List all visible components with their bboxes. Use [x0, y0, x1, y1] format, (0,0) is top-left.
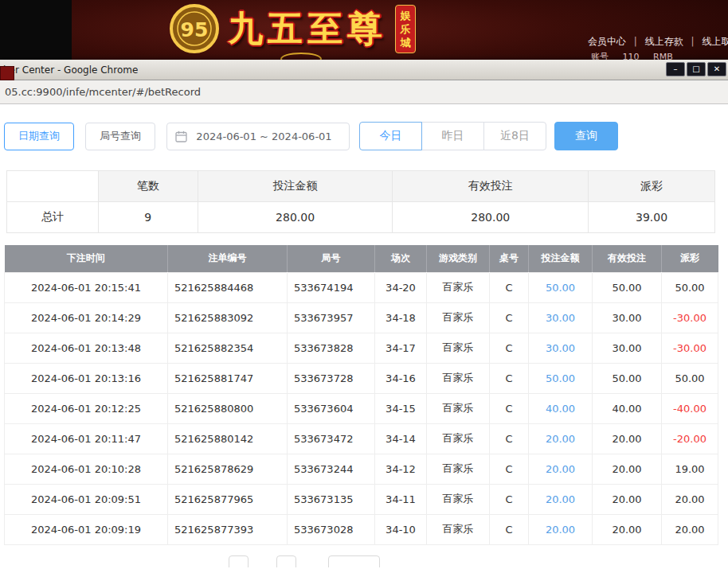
bet-amount-link[interactable]: 20.00 — [546, 493, 575, 505]
summary-count-value: 9 — [98, 202, 198, 233]
cell-table-no: C — [490, 484, 529, 514]
table-row: 2024-06-01 20:10:28 521625878629 5336732… — [5, 454, 718, 484]
cell-table-no: C — [490, 272, 529, 302]
cell-session: 34-16 — [375, 363, 427, 393]
column-header: 局号 — [288, 245, 375, 272]
cell-bet-amount: 50.00 — [529, 272, 593, 302]
cell-round-id: 533673728 — [288, 363, 375, 393]
cell-payout: 50.00 — [662, 272, 718, 302]
last-8-days-button[interactable]: 近8日 — [483, 122, 546, 150]
cell-valid-bet: 30.00 — [593, 333, 662, 363]
column-header: 游戏类别 — [427, 245, 490, 272]
cell-session: 34-12 — [375, 454, 427, 484]
bet-amount-link[interactable]: 20.00 — [546, 524, 575, 536]
search-button[interactable]: 查询 — [554, 122, 618, 150]
summary-valid-bet-value: 280.00 — [393, 202, 589, 233]
header-nav: 会员中心 | 线上存款 | 线上取 — [588, 35, 728, 49]
bet-amount-link[interactable]: 40.00 — [546, 403, 575, 415]
cell-valid-bet: 20.00 — [593, 514, 662, 544]
bet-amount-link[interactable]: 50.00 — [546, 372, 575, 384]
close-icon[interactable]: ✕ — [707, 62, 726, 76]
cell-session: 34-17 — [375, 333, 427, 363]
cell-bet-time: 2024-06-01 20:13:16 — [5, 363, 168, 393]
cell-round-id: 533673028 — [288, 514, 375, 544]
column-header: 注单编号 — [168, 245, 288, 272]
cell-session: 34-14 — [375, 423, 427, 454]
bet-amount-link[interactable]: 20.00 — [546, 433, 575, 445]
nav-online-deposit[interactable]: 线上存款 — [645, 36, 683, 47]
pagination-size-select[interactable] — [328, 555, 380, 567]
summary-table: 笔数 投注金额 有效投注 派彩 总计 9 280.00 280.00 39.00 — [6, 170, 715, 233]
date-query-tab[interactable]: 日期查询 — [4, 123, 74, 150]
minimize-icon[interactable]: – — [666, 62, 685, 76]
summary-payout-value: 39.00 — [589, 202, 715, 233]
logo-emblem-text: 95 — [181, 18, 209, 41]
cell-bet-time: 2024-06-01 20:12:25 — [5, 393, 168, 423]
bet-amount-link[interactable]: 30.00 — [546, 312, 575, 324]
pagination-prev-button[interactable] — [229, 555, 249, 567]
cell-game-type: 百家乐 — [427, 333, 490, 363]
cell-bet-id: 521625884468 — [168, 272, 288, 302]
bet-amount-link[interactable]: 30.00 — [546, 342, 575, 354]
table-row: 2024-06-01 20:09:51 521625877965 5336731… — [5, 484, 718, 514]
cell-table-no: C — [490, 363, 529, 393]
cell-bet-time: 2024-06-01 20:13:48 — [5, 333, 168, 363]
cell-session: 34-15 — [375, 393, 427, 423]
window-controls: – □ ✕ — [666, 62, 726, 76]
browser-window: ber Center - Google Chrome – □ ✕ 05.cc:9… — [0, 60, 728, 569]
cell-bet-amount: 30.00 — [529, 302, 593, 333]
red-favicon-square — [0, 66, 14, 80]
cell-bet-time: 2024-06-01 20:11:47 — [5, 423, 168, 454]
column-header: 投注金额 — [529, 245, 593, 272]
yesterday-button[interactable]: 昨日 — [421, 122, 484, 150]
summary-total-row: 总计 9 280.00 280.00 39.00 — [7, 202, 715, 233]
cell-game-type: 百家乐 — [427, 454, 490, 484]
bet-amount-link[interactable]: 20.00 — [546, 463, 575, 475]
cell-bet-amount: 20.00 — [529, 514, 593, 544]
summary-bet-amount-value: 280.00 — [198, 202, 393, 233]
cell-payout: -20.00 — [662, 423, 718, 454]
address-bar[interactable]: 05.cc:9900/infe/mcenter/#/betRecord — [0, 80, 728, 104]
cell-valid-bet: 40.00 — [593, 393, 662, 423]
cell-round-id: 533673472 — [288, 423, 375, 454]
today-button[interactable]: 今日 — [359, 122, 422, 150]
cell-valid-bet: 20.00 — [593, 484, 662, 514]
cell-bet-amount: 40.00 — [529, 393, 593, 423]
bet-record-table: 下注时间注单编号局号场次游戏类别桌号投注金额有效投注派彩 2024-06-01 … — [4, 245, 718, 545]
bet-amount-link[interactable]: 50.00 — [546, 282, 575, 294]
site-title: 九五至尊 — [228, 6, 387, 53]
cell-valid-bet: 50.00 — [593, 363, 662, 393]
round-query-tab[interactable]: 局号查询 — [85, 123, 155, 150]
table-row: 2024-06-01 20:13:48 521625882354 5336738… — [5, 333, 718, 363]
cell-game-type: 百家乐 — [427, 302, 490, 333]
table-row: 2024-06-01 20:14:29 521625883092 5336739… — [5, 302, 718, 333]
nav-online-withdraw[interactable]: 线上取 — [702, 36, 728, 47]
cell-bet-time: 2024-06-01 20:09:19 — [5, 514, 168, 544]
nav-member-center[interactable]: 会员中心 — [588, 36, 626, 47]
summary-header-payout: 派彩 — [589, 171, 715, 202]
date-range-picker[interactable]: 2024-06-01 ~ 2024-06-01 — [166, 123, 350, 150]
maximize-icon[interactable]: □ — [687, 62, 706, 76]
date-range-value: 2024-06-01 ~ 2024-06-01 — [187, 131, 341, 142]
cell-table-no: C — [490, 454, 529, 484]
cell-session: 34-20 — [375, 272, 427, 302]
cell-bet-time: 2024-06-01 20:10:28 — [5, 454, 168, 484]
cell-valid-bet: 50.00 — [593, 272, 662, 302]
column-header: 下注时间 — [5, 245, 168, 272]
pagination-next-button[interactable] — [276, 555, 296, 567]
cell-session: 34-10 — [375, 514, 427, 544]
column-header: 派彩 — [662, 245, 718, 272]
nav-separator: | — [634, 36, 637, 47]
cell-game-type: 百家乐 — [427, 484, 490, 514]
logo-coin-icon: 95 — [169, 3, 220, 54]
cell-valid-bet: 30.00 — [593, 302, 662, 333]
site-logo: 95 九五至尊 娱乐城 — [169, 3, 416, 54]
table-row: 2024-06-01 20:13:16 521625881747 5336737… — [5, 363, 718, 393]
cell-bet-time: 2024-06-01 20:14:29 — [5, 302, 168, 333]
table-row: 2024-06-01 20:12:25 521625880800 5336736… — [5, 393, 718, 423]
summary-header-row: 笔数 投注金额 有效投注 派彩 — [7, 171, 715, 202]
cell-bet-id: 521625880800 — [168, 393, 288, 423]
summary-corner-cell — [7, 171, 99, 202]
bet-table-header-row: 下注时间注单编号局号场次游戏类别桌号投注金额有效投注派彩 — [5, 245, 718, 272]
cell-bet-time: 2024-06-01 20:15:41 — [5, 272, 168, 302]
